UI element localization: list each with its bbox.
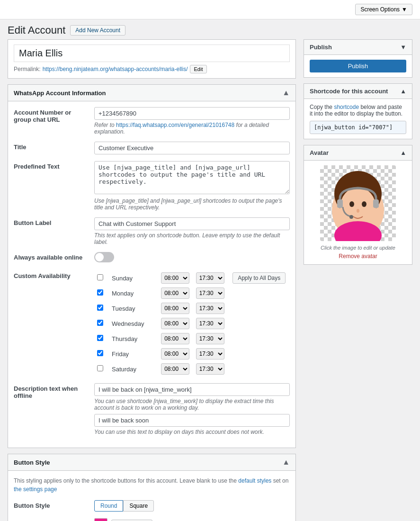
start-time-select-wednesday[interactable]: 08:00 [161,318,189,329]
shortcode-value[interactable]: [njwa_button id="7007"] [310,121,406,134]
non-work-text-hint: You can use this text to display on days… [94,429,290,435]
predefined-text-input[interactable]: Use [njwa_page_title] and [njwa_page_url… [94,161,290,194]
apply-all-button[interactable]: Apply to All Days [232,272,286,284]
day-checkbox-saturday[interactable] [97,365,103,371]
start-time-thursday[interactable]: 08:00 [158,331,193,346]
day-checkbox-cell-monday[interactable] [94,286,109,301]
end-time-tuesday[interactable]: 17:30 [193,301,228,316]
end-time-select-sunday[interactable]: 17:30 [196,272,224,284]
start-time-select-tuesday[interactable]: 08:00 [161,303,189,314]
whatsapp-info-title: WhatsApp Account Information [14,90,106,97]
account-title-input[interactable] [14,45,290,62]
avatar-image-wrapper[interactable] [320,165,396,241]
default-styles-link[interactable]: default styles [238,477,271,484]
svg-point-9 [349,215,353,219]
style-options-wrap: Round Square [94,500,290,512]
offline-text-input[interactable] [94,383,290,396]
style-row: Button Style Round Square [14,500,290,512]
add-new-account-button[interactable]: Add New Account [70,25,125,36]
avatar-header: Avatar ▲ [304,145,412,161]
publish-button[interactable]: Publish [310,60,406,72]
svg-rect-7 [337,199,343,208]
end-time-monday[interactable]: 17:30 [193,286,228,301]
shortcode-link[interactable]: shortcode [334,104,359,110]
svg-point-4 [362,201,366,207]
bg-color-row: Button Background Color Select Color [14,518,290,521]
availability-row-thursday: Thursday 08:00 17:30 [94,331,290,346]
day-checkbox-thursday[interactable] [97,335,103,341]
title-box: Permalink: https://beng.ninjateam.org/wh… [8,39,296,79]
day-label-friday: Friday [109,346,158,361]
end-time-select-saturday[interactable]: 17:30 [196,363,224,375]
day-label-wednesday: Wednesday [109,316,158,331]
day-checkbox-cell-sunday[interactable] [94,270,109,286]
end-time-thursday[interactable]: 17:30 [193,331,228,346]
end-time-select-thursday[interactable]: 17:30 [196,333,224,344]
offline-text-wrap: You can use shortcode [njwa_time_work] t… [94,383,290,435]
end-time-select-friday[interactable]: 17:30 [196,348,224,359]
start-time-sunday[interactable]: 08:00 [158,270,193,286]
day-checkbox-friday[interactable] [97,350,103,356]
remove-avatar-button[interactable]: Remove avatar [339,253,377,260]
faq-link[interactable]: https://faq.whatsapp.com/en/general/2101… [116,122,234,128]
end-time-wednesday[interactable]: 17:30 [193,316,228,331]
collapse-icon[interactable]: ▲ [282,89,290,97]
bg-color-swatch[interactable] [94,518,107,521]
bg-color-row-inner: Select Color [94,518,290,521]
publish-chevron-icon: ▼ [400,44,406,51]
start-time-tuesday[interactable]: 08:00 [158,301,193,316]
day-checkbox-cell-saturday[interactable] [94,361,109,377]
start-time-friday[interactable]: 08:00 [158,346,193,361]
end-time-saturday[interactable]: 17:30 [193,361,228,377]
button-style-collapse-icon[interactable]: ▲ [282,458,290,467]
day-checkbox-cell-friday[interactable] [94,346,109,361]
permalink-row: Permalink: https://beng.ninjateam.org/wh… [14,65,290,73]
end-time-select-monday[interactable]: 17:30 [196,287,224,299]
button-style-body: This styling applies only to the shortco… [8,471,295,521]
always-available-toggle[interactable] [94,252,114,262]
day-checkbox-cell-thursday[interactable] [94,331,109,346]
day-checkbox-wednesday[interactable] [97,320,103,326]
day-checkbox-monday[interactable] [97,289,103,296]
button-label-input[interactable] [94,217,290,230]
screen-options-label: Screen Options [360,6,400,13]
end-time-friday[interactable]: 17:30 [193,346,228,361]
start-time-wednesday[interactable]: 08:00 [158,316,193,331]
permalink-edit-button[interactable]: Edit [190,65,207,73]
end-time-sunday[interactable]: 17:30 [193,270,228,286]
always-available-row: Always available online [14,252,290,264]
start-time-select-saturday[interactable]: 08:00 [161,363,189,375]
end-time-select-tuesday[interactable]: 17:30 [196,303,224,314]
account-number-input[interactable] [94,107,290,120]
permalink-link[interactable]: https://beng.ninjateam.org/whatsapp-acco… [43,66,188,72]
screen-options-button[interactable]: Screen Options ▼ [355,4,412,15]
non-work-text-input[interactable] [94,414,290,427]
chevron-down-icon: ▼ [402,6,407,13]
day-checkbox-cell-tuesday[interactable] [94,301,109,316]
day-checkbox-cell-wednesday[interactable] [94,316,109,331]
availability-row-sunday: Sunday 08:00 17:30 Apply to All Days [94,270,290,286]
always-available-label: Always available online [14,252,89,261]
start-time-select-sunday[interactable]: 08:00 [161,272,189,284]
title-input[interactable] [94,142,290,154]
square-style-button[interactable]: Square [123,500,154,512]
account-number-label: Account Number or group chat URL [14,107,89,123]
offline-text-row: Description text when offline You can us… [14,383,290,435]
start-time-select-thursday[interactable]: 08:00 [161,333,189,344]
start-time-select-monday[interactable]: 08:00 [161,287,189,299]
start-time-select-friday[interactable]: 08:00 [161,348,189,359]
end-time-select-wednesday[interactable]: 17:30 [196,318,224,329]
day-checkbox-sunday[interactable] [97,274,103,280]
start-time-saturday[interactable]: 08:00 [158,361,193,377]
availability-row-saturday: Saturday 08:00 17:30 [94,361,290,377]
start-time-monday[interactable]: 08:00 [158,286,193,301]
settings-page-link[interactable]: the settings page [14,486,57,493]
button-style-title: Button Style [14,459,50,466]
whatsapp-info-box: WhatsApp Account Information ▲ Account N… [8,84,296,448]
availability-row-friday: Friday 08:00 17:30 [94,346,290,361]
day-checkbox-tuesday[interactable] [97,305,103,311]
offline-text-hint: You can use shortcode [njwa_time_work] t… [94,398,290,411]
main-content-area: Permalink: https://beng.ninjateam.org/wh… [8,39,296,521]
round-style-button[interactable]: Round [94,500,123,512]
availability-row-wednesday: Wednesday 08:00 17:30 [94,316,290,331]
